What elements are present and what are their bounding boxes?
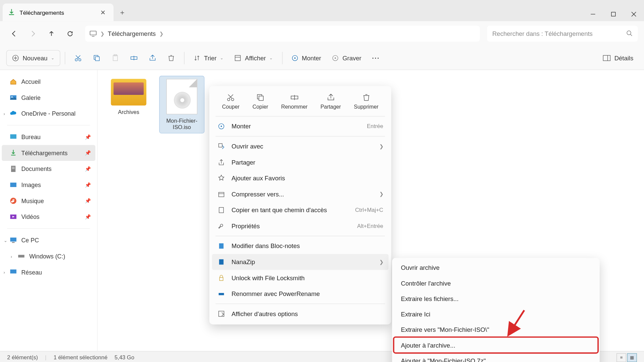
breadcrumb[interactable]: ❯ Téléchargements ❯: [85, 26, 480, 42]
sidebar-item-videos[interactable]: Vidéos📌: [2, 209, 95, 225]
search-placeholder: Rechercher dans : Téléchargements: [492, 30, 593, 37]
svg-rect-33: [12, 242, 15, 243]
sort-icon: [194, 54, 201, 61]
ctx-nanazip[interactable]: NanaZip❯: [212, 254, 388, 270]
clipboard-icon: [217, 206, 225, 214]
new-button[interactable]: Nouveau ⌄: [6, 50, 60, 66]
delete-button[interactable]: [163, 50, 179, 66]
close-window-button[interactable]: [624, 7, 644, 21]
submenu-extract-to[interactable]: Extraire vers "Mon-Fichier-ISO\": [394, 322, 598, 337]
copy-button[interactable]: [88, 50, 105, 66]
status-count: 2 élément(s): [7, 354, 38, 361]
tab-downloads[interactable]: Téléchargements ✕: [3, 4, 114, 21]
disc-mount-icon: [217, 123, 225, 130]
chevron-right-icon: ❯: [379, 143, 383, 149]
maximize-button[interactable]: [603, 7, 624, 21]
sidebar-item-music[interactable]: Musique📌: [2, 193, 95, 209]
chevron-down-icon[interactable]: ⌄: [4, 238, 7, 243]
svg-rect-50: [220, 278, 223, 281]
svg-rect-45: [219, 192, 224, 197]
details-pane-button[interactable]: Détails: [598, 50, 638, 66]
cut-button[interactable]: [70, 50, 87, 66]
submenu-open-archive[interactable]: Ouvrir archive: [394, 260, 598, 275]
disc-burn-icon: [332, 54, 339, 61]
rename-button[interactable]: [125, 50, 142, 66]
submenu-check-archive[interactable]: Contrôler l'archive: [394, 275, 598, 291]
powerrename-icon: [217, 290, 225, 297]
ctx-delete-button[interactable]: Supprimer: [354, 93, 378, 110]
sidebar-item-documents[interactable]: Documents📌: [2, 161, 95, 177]
sidebar-item-network[interactable]: ›Réseau: [2, 264, 95, 280]
ctx-share[interactable]: Partager: [212, 154, 388, 170]
list-view-button[interactable]: ≡: [616, 353, 626, 362]
submenu-add-7z[interactable]: Ajouter à "Mon-Fichier-ISO.7z": [394, 353, 598, 362]
refresh-button[interactable]: [62, 26, 78, 42]
forward-button[interactable]: [25, 26, 41, 42]
close-icon[interactable]: ✕: [98, 8, 108, 17]
ctx-properties[interactable]: PropriétésAlt+Entrée: [212, 218, 388, 234]
mount-button[interactable]: Monter: [287, 50, 326, 66]
share-icon: [326, 93, 335, 102]
rename-icon: [130, 54, 138, 62]
scissors-icon: [226, 93, 235, 102]
ctx-mount[interactable]: MonterEntrée: [212, 118, 388, 134]
chevron-right-icon[interactable]: ›: [4, 111, 5, 116]
monitor-icon: [10, 237, 17, 244]
submenu-extract-here[interactable]: Extraire Ici: [394, 306, 598, 322]
svg-rect-11: [113, 55, 117, 61]
minimize-button[interactable]: [583, 7, 603, 21]
sidebar-item-home[interactable]: Accueil: [2, 74, 95, 90]
submenu-extract-files[interactable]: Extraire les fichiers...: [394, 291, 598, 306]
sidebar-item-cdrive[interactable]: ›Windows (C:): [2, 248, 95, 264]
chevron-right-icon[interactable]: ›: [11, 254, 12, 259]
sidebar-item-thispc[interactable]: ⌄Ce PC: [2, 232, 95, 248]
ctx-cut-button[interactable]: Couper: [222, 93, 239, 110]
sidebar-item-onedrive[interactable]: ›OneDrive - Personal: [2, 106, 95, 122]
search-input[interactable]: Rechercher dans : Téléchargements: [487, 26, 638, 42]
chevron-right-icon[interactable]: ›: [4, 270, 5, 275]
ctx-openwith[interactable]: Ouvrir avec❯: [212, 138, 388, 155]
back-button[interactable]: [6, 26, 22, 42]
sidebar-item-desktop[interactable]: Bureau📌: [2, 129, 95, 145]
submenu-add-archive[interactable]: Ajouter à l'archive...: [394, 337, 598, 353]
star-icon: [217, 175, 225, 182]
breadcrumb-current[interactable]: Téléchargements: [108, 30, 156, 37]
share-icon: [217, 159, 225, 166]
copy-icon: [256, 93, 265, 102]
trash-icon: [167, 54, 175, 62]
svg-rect-32: [10, 238, 16, 242]
grid-view-button[interactable]: ▦: [627, 353, 637, 362]
sidebar-item-downloads[interactable]: Téléchargements📌: [2, 145, 95, 161]
ctx-favorite[interactable]: Ajouter aux Favoris: [212, 170, 388, 186]
file-item-iso[interactable]: Mon-Fichier-ISO.iso: [160, 76, 204, 133]
archive-icon: [217, 191, 225, 198]
ctx-powerrename[interactable]: Renommer avec PowerRename: [212, 286, 388, 302]
ctx-rename-button[interactable]: Renommer: [281, 93, 307, 110]
chevron-right-icon: ❯: [100, 31, 104, 37]
ctx-locksmith[interactable]: Unlock with File Locksmith: [212, 270, 388, 286]
more-options-icon: [217, 310, 225, 317]
ctx-copypath[interactable]: Copier en tant que chemin d'accèsCtrl+Ma…: [212, 202, 388, 218]
sidebar-item-gallery[interactable]: Galerie: [2, 89, 95, 106]
up-button[interactable]: [44, 26, 60, 42]
folder-item-archives[interactable]: Archives: [106, 76, 151, 133]
ctx-moreoptions[interactable]: Afficher d'autres options: [212, 306, 388, 322]
ctx-notepad[interactable]: Modifier dans Bloc-notes: [212, 238, 388, 254]
ctx-copy-button[interactable]: Copier: [253, 93, 268, 110]
cloud-icon: [10, 110, 17, 117]
ctx-share-button[interactable]: Partager: [321, 93, 341, 110]
view-button[interactable]: Afficher ⌄: [230, 50, 277, 66]
pin-icon: 📌: [85, 214, 91, 220]
images-icon: [10, 181, 17, 188]
new-tab-button[interactable]: ＋: [114, 4, 131, 21]
share-icon: [149, 54, 157, 62]
sort-button[interactable]: Trier ⌄: [189, 50, 228, 66]
burn-button[interactable]: Graver: [327, 50, 366, 66]
svg-point-7: [75, 59, 77, 61]
ctx-compress[interactable]: Compresser vers...❯: [212, 186, 388, 202]
paste-button[interactable]: [107, 50, 124, 66]
svg-rect-15: [235, 55, 240, 61]
sidebar-item-images[interactable]: Images📌: [2, 177, 95, 193]
more-button[interactable]: ···: [368, 50, 384, 66]
share-button[interactable]: [144, 50, 161, 66]
